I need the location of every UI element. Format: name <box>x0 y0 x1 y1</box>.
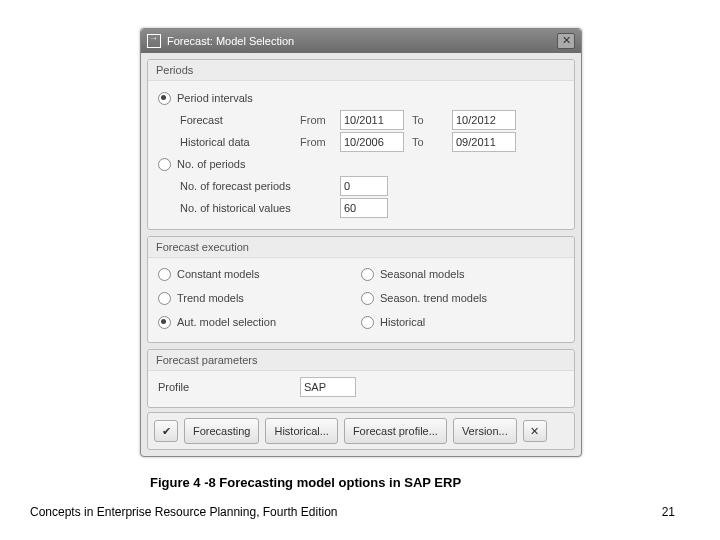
constant-label: Constant models <box>177 268 260 280</box>
window-title: Forecast: Model Selection <box>167 35 294 47</box>
num-hist-label: No. of historical values <box>180 202 340 214</box>
close-icon[interactable]: ✕ <box>557 33 575 49</box>
radio-constant[interactable] <box>158 268 171 281</box>
radio-no-of-periods[interactable] <box>158 158 171 171</box>
periods-heading: Periods <box>148 60 574 81</box>
no-of-periods-label: No. of periods <box>177 158 245 170</box>
params-heading: Forecast parameters <box>148 350 574 371</box>
radio-auto[interactable] <box>158 316 171 329</box>
forecast-dialog: Forecast: Model Selection ✕ Periods Peri… <box>140 28 582 457</box>
execution-heading: Forecast execution <box>148 237 574 258</box>
params-panel: Forecast parameters Profile <box>147 349 575 408</box>
historical-sublabel: Historical data <box>180 136 300 148</box>
to-label-2: To <box>412 136 452 148</box>
button-bar: ✔ Forecasting Historical... Forecast pro… <box>147 412 575 450</box>
radio-trend[interactable] <box>158 292 171 305</box>
num-hist-input[interactable] <box>340 198 388 218</box>
execution-panel: Forecast execution Constant models Seaso… <box>147 236 575 343</box>
hist-from-input[interactable] <box>340 132 404 152</box>
num-forecast-input[interactable] <box>340 176 388 196</box>
radio-period-intervals[interactable] <box>158 92 171 105</box>
radio-seasontrend[interactable] <box>361 292 374 305</box>
profile-label: Profile <box>158 381 300 393</box>
radio-seasonal[interactable] <box>361 268 374 281</box>
check-icon[interactable]: ✔ <box>154 420 178 442</box>
hist-to-input[interactable] <box>452 132 516 152</box>
window-icon <box>147 34 161 48</box>
from-label-1: From <box>300 114 340 126</box>
titlebar: Forecast: Model Selection ✕ <box>141 29 581 53</box>
from-label-2: From <box>300 136 340 148</box>
page-number: 21 <box>662 505 675 519</box>
version-button[interactable]: Version... <box>453 418 517 444</box>
auto-label: Aut. model selection <box>177 316 276 328</box>
figure-caption: Figure 4 -8 Forecasting model options in… <box>150 475 461 490</box>
forecast-from-input[interactable] <box>340 110 404 130</box>
profile-input[interactable] <box>300 377 356 397</box>
radio-historical[interactable] <box>361 316 374 329</box>
num-forecast-label: No. of forecast periods <box>180 180 340 192</box>
period-intervals-label: Period intervals <box>177 92 253 104</box>
forecast-profile-button[interactable]: Forecast profile... <box>344 418 447 444</box>
periods-panel: Periods Period intervals Forecast From T… <box>147 59 575 230</box>
forecast-to-input[interactable] <box>452 110 516 130</box>
footer-text: Concepts in Enterprise Resource Planning… <box>30 505 338 519</box>
trend-label: Trend models <box>177 292 244 304</box>
cancel-icon[interactable]: ✕ <box>523 420 547 442</box>
forecasting-button[interactable]: Forecasting <box>184 418 259 444</box>
historical-label: Historical <box>380 316 425 328</box>
seasonal-label: Seasonal models <box>380 268 464 280</box>
to-label-1: To <box>412 114 452 126</box>
forecast-sublabel: Forecast <box>180 114 300 126</box>
seasontrend-label: Season. trend models <box>380 292 487 304</box>
historical-button[interactable]: Historical... <box>265 418 337 444</box>
